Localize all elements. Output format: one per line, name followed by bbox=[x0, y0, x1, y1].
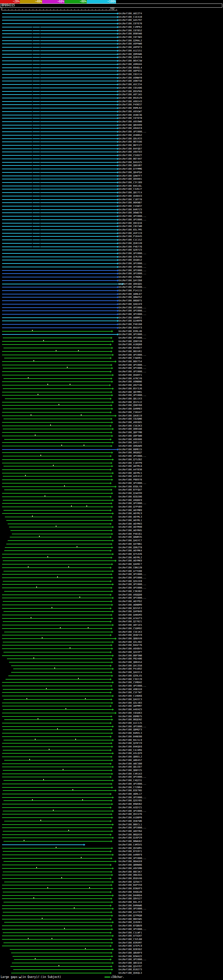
alignment-bar[interactable] bbox=[2, 696, 112, 696]
alignment-bar[interactable] bbox=[2, 216, 117, 216]
alignment-bar[interactable] bbox=[2, 145, 117, 146]
alignment-bar[interactable] bbox=[3, 642, 112, 643]
hit-label[interactable]: UniRef100_A9PHW0 bbox=[119, 42, 142, 45]
hit-label[interactable]: UniRef100_C1HDK6 bbox=[119, 695, 142, 697]
hit-label[interactable]: UniRef100_A6YMK9 bbox=[119, 559, 142, 562]
alignment-bar[interactable] bbox=[2, 91, 117, 92]
alignment-bar[interactable] bbox=[3, 780, 112, 781]
alignment-bar[interactable] bbox=[2, 848, 111, 849]
alignment-bar[interactable] bbox=[2, 121, 117, 122]
hit-label[interactable]: UniRef100_Q6BXV8 bbox=[119, 637, 142, 640]
alignment-bar[interactable] bbox=[2, 567, 110, 568]
hit-label[interactable]: UniRef100_A6YMB9 bbox=[119, 509, 142, 512]
alignment-bar[interactable] bbox=[4, 922, 112, 923]
hit-label[interactable]: UniRef100_UPI000... bbox=[119, 776, 146, 778]
hit-label[interactable]: UniRef100_B6TE86 bbox=[119, 140, 142, 143]
hit-label[interactable]: UniRef100_B6QEN2 bbox=[119, 718, 142, 721]
alignment-bar[interactable] bbox=[10, 966, 111, 967]
hit-label[interactable]: UniRef100_A9ZT46 bbox=[119, 384, 142, 387]
hit-label[interactable]: UniRef100_C1MPK2 bbox=[119, 26, 142, 29]
alignment-bar[interactable] bbox=[4, 821, 110, 821]
alignment-bar[interactable] bbox=[10, 537, 110, 538]
alignment-bar[interactable] bbox=[2, 310, 117, 311]
alignment-bar[interactable] bbox=[2, 716, 111, 717]
hit-label[interactable]: UniRef100_UPI000... bbox=[119, 266, 146, 268]
hit-label[interactable]: UniRef100_UPI000... bbox=[119, 783, 146, 785]
alignment-bar[interactable] bbox=[2, 273, 117, 274]
alignment-bar[interactable] bbox=[3, 581, 110, 582]
hit-label[interactable]: UniRef100_A8BM51 bbox=[119, 317, 142, 319]
hit-label[interactable]: UniRef100_C5SW37 bbox=[119, 205, 142, 208]
hit-label[interactable]: UniRef100_Q4UE19 bbox=[119, 414, 142, 417]
alignment-bar[interactable] bbox=[2, 436, 111, 436]
alignment-bar[interactable] bbox=[2, 939, 111, 940]
hit-label[interactable]: UniRef100_A7NQN2 bbox=[119, 276, 142, 278]
alignment-bar[interactable] bbox=[4, 490, 111, 490]
hit-label[interactable]: UniRef100_C6T3W3 bbox=[119, 36, 142, 38]
alignment-bar[interactable] bbox=[2, 233, 117, 234]
hit-label[interactable]: UniRef100_UPI000... bbox=[119, 907, 146, 910]
alignment-bar[interactable] bbox=[2, 20, 117, 21]
hit-label[interactable]: UniRef100_B6SVR1 bbox=[119, 350, 142, 353]
hit-label[interactable]: UniRef100_C3ZKJ7 bbox=[119, 188, 142, 191]
hit-label[interactable]: UniRef100_B4FQD7 bbox=[119, 147, 142, 150]
alignment-bar[interactable] bbox=[2, 824, 112, 825]
hit-label[interactable]: UniRef100_B3DLY8 bbox=[119, 485, 142, 488]
hit-label[interactable]: UniRef100_UPI000... bbox=[119, 333, 146, 336]
hit-label[interactable]: UniRef100_A7SGH7 bbox=[119, 934, 142, 937]
hit-label[interactable]: UniRef100_D6WD70 bbox=[119, 212, 142, 214]
alignment-bar[interactable] bbox=[2, 449, 117, 450]
hit-label[interactable]: UniRef100_UPI000... bbox=[119, 502, 146, 505]
alignment-bar[interactable] bbox=[8, 540, 112, 541]
hit-label[interactable]: UniRef100_B4J1L9 bbox=[119, 739, 142, 741]
alignment-bar[interactable] bbox=[2, 753, 112, 754]
alignment-bar[interactable] bbox=[2, 584, 112, 585]
hit-label[interactable]: UniRef100_Q5DHY1 bbox=[119, 374, 142, 377]
alignment-bar[interactable] bbox=[2, 51, 117, 51]
hit-label[interactable]: UniRef100_B5Y3J6 bbox=[119, 387, 142, 390]
hit-label[interactable]: UniRef100_B4G16L bbox=[119, 185, 142, 188]
alignment-bar[interactable] bbox=[3, 652, 110, 652]
hit-label[interactable]: UniRef100_A6YML5 bbox=[119, 472, 142, 474]
hit-label[interactable]: UniRef100_Q9VS27 bbox=[119, 897, 142, 900]
hit-label[interactable]: UniRef100_Q4GYC7 bbox=[119, 539, 142, 542]
alignment-bar[interactable] bbox=[2, 182, 117, 183]
alignment-bar[interactable] bbox=[2, 361, 115, 362]
alignment-bar[interactable] bbox=[4, 358, 110, 358]
hit-label[interactable]: UniRef100_B3RL46 bbox=[119, 330, 142, 333]
alignment-bar[interactable] bbox=[2, 628, 111, 629]
hit-label[interactable]: UniRef100_A9S9W0 bbox=[119, 120, 142, 123]
alignment-bar[interactable] bbox=[2, 797, 112, 798]
hit-label[interactable]: UniRef100_A9P8T3 bbox=[119, 46, 142, 49]
alignment-bar[interactable] bbox=[2, 115, 117, 115]
alignment-bar[interactable] bbox=[2, 236, 117, 237]
alignment-bar[interactable] bbox=[2, 638, 115, 639]
hit-label[interactable]: UniRef100_A9BIG9 bbox=[119, 688, 142, 691]
alignment-bar[interactable] bbox=[2, 111, 117, 112]
hit-label[interactable]: UniRef100_A9NT50 bbox=[119, 80, 142, 83]
hit-label[interactable]: UniRef100_A7EPL9 bbox=[119, 945, 142, 947]
hit-label[interactable]: UniRef100_C0NIZ0 bbox=[119, 566, 142, 569]
alignment-bar[interactable] bbox=[3, 510, 110, 511]
alignment-bar[interactable] bbox=[3, 611, 112, 612]
alignment-bar[interactable] bbox=[2, 142, 117, 142]
alignment-bar[interactable] bbox=[2, 125, 117, 126]
alignment-bar[interactable] bbox=[2, 209, 117, 210]
alignment-bar[interactable] bbox=[2, 858, 111, 859]
hit-label[interactable]: UniRef100_UPI000... bbox=[119, 810, 146, 813]
hit-label[interactable]: UniRef100_UPI000... bbox=[119, 928, 146, 931]
alignment-bar[interactable] bbox=[3, 337, 111, 338]
alignment-bar[interactable] bbox=[2, 365, 111, 365]
hit-label[interactable]: UniRef100_P02406 bbox=[119, 657, 142, 660]
alignment-bar[interactable] bbox=[2, 304, 117, 304]
hit-label[interactable]: UniRef100_Q9EQQ5 bbox=[119, 283, 142, 285]
alignment-bar[interactable] bbox=[2, 381, 111, 382]
hit-label[interactable]: UniRef100_B4LJF2 bbox=[119, 901, 142, 904]
alignment-bar[interactable] bbox=[2, 135, 117, 135]
hit-label[interactable]: UniRef100_B7QBU9 bbox=[119, 924, 142, 927]
hit-label[interactable]: UniRef100_A5C234 bbox=[119, 83, 142, 86]
alignment-bar[interactable] bbox=[2, 220, 117, 220]
hit-label[interactable]: UniRef100_A6YML3 bbox=[119, 515, 142, 518]
alignment-bar[interactable] bbox=[10, 949, 112, 950]
hit-label[interactable]: UniRef100_Q90YV0 bbox=[119, 340, 142, 343]
